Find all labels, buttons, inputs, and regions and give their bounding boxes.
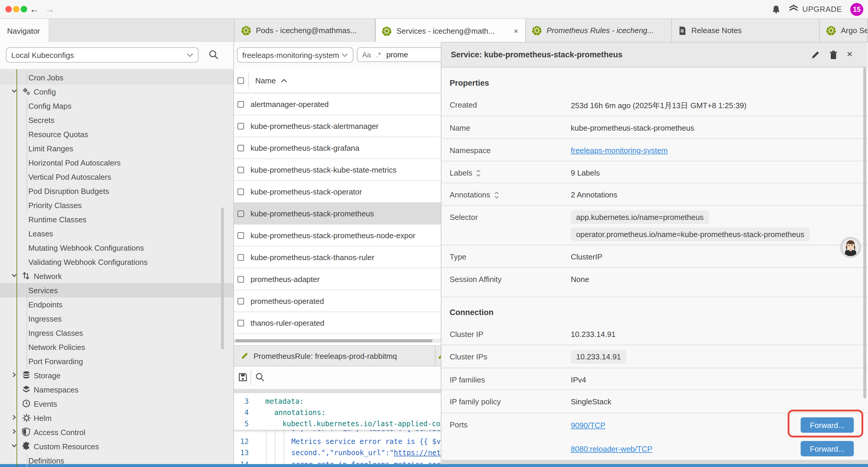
select-all-checkbox[interactable] <box>238 78 244 84</box>
table-row[interactable]: kube-prometheus-stack-grafana <box>234 137 441 159</box>
row-checkbox[interactable] <box>238 188 244 195</box>
sidebar-item-resource-quotas[interactable]: Resource Quotas <box>0 127 234 141</box>
row-checkbox[interactable] <box>238 167 244 173</box>
yaml-editor[interactable]: 3 metadata: 4 annotations: 5 kubectl.kub… <box>234 393 441 467</box>
sidebar-item-endpoints[interactable]: Endpoints <box>0 297 234 312</box>
table-search-input[interactable]: Aa .* prome <box>357 47 441 62</box>
sidebar-item-vertical-pod-autoscalers[interactable]: Vertical Pod Autoscalers <box>0 170 234 184</box>
sidebar-item-mutating-webhook-configurations[interactable]: Mutating Webhook Configurations <box>0 241 234 255</box>
close-tab-icon[interactable]: × <box>513 26 519 35</box>
bell-icon[interactable] <box>772 4 780 14</box>
table-row[interactable]: alertmanager-operated <box>234 93 441 115</box>
table-row[interactable]: kube-prometheus-stack-prometheus-node-ex… <box>234 225 441 246</box>
upgrade-button[interactable]: UPGRADE <box>789 5 842 13</box>
sidebar-item-limit-ranges[interactable]: Limit Ranges <box>0 141 234 155</box>
table-horizontal-scrollbar[interactable] <box>234 339 441 343</box>
namespace-select[interactable]: freeleaps-monitoring-system <box>237 47 353 63</box>
sidebar-item-validating-webhook-configurations[interactable]: Validating Webhook Configurations <box>0 255 234 269</box>
sidebar-item-ingresses[interactable]: Ingresses <box>0 312 234 326</box>
sidebar-item-network-policies[interactable]: Network Policies <box>0 340 234 354</box>
code-link[interactable]: https://net <box>394 449 441 457</box>
sidebar-item-events[interactable]: Events <box>0 397 234 411</box>
delete-trash-icon[interactable] <box>829 50 838 60</box>
back-icon[interactable]: ← <box>30 0 39 18</box>
row-checkbox[interactable] <box>238 320 244 326</box>
table-row[interactable]: thanos-ruler-operated <box>234 312 441 334</box>
table-row[interactable]: kube-prometheus-stack-operator <box>234 181 441 203</box>
row-checkbox[interactable] <box>238 123 244 129</box>
table-row[interactable]: kube-prometheus-stack-alertmanager <box>234 115 441 137</box>
close-icon[interactable]: × <box>847 49 852 59</box>
close-window-button[interactable] <box>5 6 12 12</box>
regex-toggle[interactable]: .* <box>376 51 381 59</box>
chevron-down-icon[interactable] <box>11 88 17 94</box>
forward-button[interactable]: Forward... <box>801 441 854 456</box>
detail-label: Ports <box>450 413 571 429</box>
sidebar-item-leases[interactable]: Leases <box>0 226 234 241</box>
edit-pencil-icon[interactable] <box>811 50 820 60</box>
sidebar-item-network[interactable]: Network <box>0 269 234 283</box>
sidebar-item-custom-resources[interactable]: Custom Resources <box>0 439 234 454</box>
row-checkbox[interactable] <box>238 298 244 304</box>
sidebar-item-access-control[interactable]: Access Control <box>0 425 234 439</box>
chevron-right-icon[interactable] <box>11 372 17 378</box>
tab-navigator[interactable]: Navigator <box>0 19 49 42</box>
value-badge: 10.233.14.91 <box>571 350 626 363</box>
expander-icon[interactable] <box>494 191 499 198</box>
tab-release[interactable]: Release Notes <box>672 19 819 42</box>
sidebar-item-config[interactable]: Config <box>0 85 234 99</box>
sidebar-item-horizontal-pod-autoscalers[interactable]: Horizontal Pod Autoscalers <box>0 155 234 170</box>
chevron-down-icon[interactable] <box>11 443 17 449</box>
row-checkbox[interactable] <box>238 145 244 151</box>
sidebar-scrollbar[interactable] <box>221 207 224 349</box>
row-checkbox[interactable] <box>238 210 244 217</box>
row-checkbox[interactable] <box>238 254 244 260</box>
save-icon[interactable] <box>238 372 248 382</box>
zoom-window-button[interactable] <box>21 6 27 12</box>
sidebar-item-port-forwarding[interactable]: Port Forwarding <box>0 354 234 368</box>
row-checkbox[interactable] <box>238 276 244 282</box>
kubeconfig-select[interactable]: Local Kubeconfigs <box>6 47 198 63</box>
sidebar-search-icon[interactable] <box>209 50 219 60</box>
sidebar-item-config-maps[interactable]: Config Maps <box>0 99 234 113</box>
table-row[interactable]: kube-prometheus-stack-kube-state-metrics <box>234 159 441 181</box>
service-name: kube-prometheus-stack-prometheus-node-ex… <box>251 231 415 240</box>
sidebar-item-ingress-classes[interactable]: Ingress Classes <box>0 326 234 340</box>
match-case-toggle[interactable]: Aa <box>362 51 371 59</box>
drawer-scrollbar[interactable] <box>863 67 866 399</box>
editor-tab-prometheusrule[interactable]: PrometheusRule: freeleaps-prod-rabbitmq <box>234 346 435 366</box>
tab-services[interactable]: Services - icecheng@math...× <box>375 19 526 42</box>
editor-search-icon[interactable] <box>255 372 265 382</box>
notification-count-badge[interactable]: 15 <box>850 3 863 16</box>
sidebar-item-storage[interactable]: Storage <box>0 368 234 382</box>
port-link[interactable]: 8080:reloader-web/TCP <box>571 444 652 453</box>
table-row[interactable]: kube-prometheus-stack-prometheus <box>234 203 441 225</box>
sidebar-item-pod-disruption-budgets[interactable]: Pod Disruption Budgets <box>0 184 234 198</box>
sidebar-item-priority-classes[interactable]: Priority Classes <box>0 198 234 212</box>
row-checkbox[interactable] <box>238 232 244 238</box>
gears-icon <box>22 87 31 96</box>
tab-prometheus[interactable]: Prometheus Rules - icecheng... <box>526 19 672 42</box>
table-row[interactable]: prometheus-adapter <box>234 268 441 290</box>
chevron-right-icon[interactable] <box>11 414 17 420</box>
port-link[interactable]: 9090/TCP <box>571 420 606 430</box>
table-row[interactable]: kube-prometheus-stack-thanos-ruler <box>234 246 441 268</box>
minimize-window-button[interactable] <box>13 6 20 12</box>
sidebar-item-services[interactable]: Services <box>0 283 234 297</box>
sidebar-item-secrets[interactable]: Secrets <box>0 113 234 127</box>
sidebar-item-runtime-classes[interactable]: Runtime Classes <box>0 212 234 226</box>
tab-argo[interactable]: Argo Se <box>820 19 868 42</box>
expander-icon[interactable] <box>476 169 481 176</box>
chevron-right-icon[interactable] <box>11 429 17 435</box>
tab-pods[interactable]: Pods - icecheng@mathmas... <box>235 19 375 42</box>
namespace-link[interactable]: freeleaps-monitoring-system <box>571 146 668 155</box>
sidebar-item-namespaces[interactable]: Namespaces <box>0 382 234 397</box>
chevron-down-icon[interactable] <box>11 272 17 279</box>
sidebar-item-cron-jobs[interactable]: Cron Jobs <box>0 70 234 85</box>
table-row[interactable]: prometheus-operated <box>234 290 441 312</box>
user-avatar[interactable] <box>840 236 862 258</box>
row-checkbox[interactable] <box>238 101 244 107</box>
sidebar-item-helm[interactable]: Helm <box>0 411 234 425</box>
column-header-name[interactable]: Name <box>255 76 287 85</box>
sidebar-item-label: Access Control <box>34 428 85 437</box>
